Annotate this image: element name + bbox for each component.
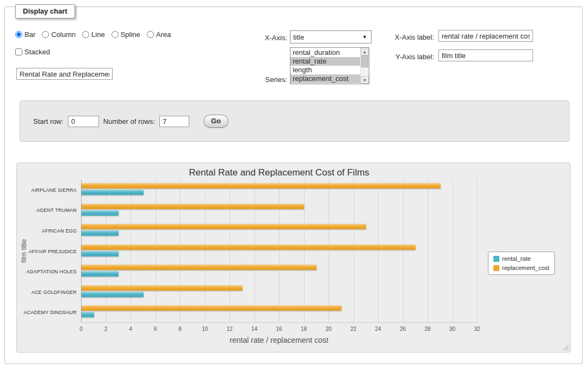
scroll-track[interactable]: [361, 55, 369, 76]
bar-rental_rate: [82, 271, 119, 277]
go-button[interactable]: Go: [203, 115, 228, 128]
x-tick-label: 20: [322, 326, 335, 332]
category-label: AFFAIR PREJUDICE: [17, 249, 77, 254]
page: Display chart BarColumnLineSplineArea St…: [0, 0, 588, 370]
legend-swatch: [493, 256, 499, 262]
num-rows-label: Number of rows:: [103, 117, 155, 126]
chart-title-input[interactable]: [16, 68, 113, 80]
chart-type-option-column[interactable]: Column: [42, 30, 76, 39]
x-tick-label: 22: [347, 326, 360, 332]
x-axis-selected-value: title: [293, 33, 304, 41]
x-tick-label: 16: [273, 326, 286, 332]
series-scrollbar[interactable]: ▲ ▼: [360, 48, 369, 84]
chart-type-option-line[interactable]: Line: [82, 30, 105, 39]
scroll-up-icon[interactable]: ▲: [361, 48, 369, 55]
gridline: [477, 180, 478, 322]
gridline: [428, 180, 428, 322]
gridline: [329, 180, 329, 322]
chart-type-option-spline[interactable]: Spline: [112, 30, 140, 39]
chart-type-option-label: Spline: [121, 30, 140, 39]
bar-rental_rate: [82, 312, 94, 317]
legend-label: rental_rate: [502, 255, 531, 262]
category-label: AGENT TRUMAN: [17, 208, 77, 213]
resize-handle[interactable]: [562, 344, 568, 350]
bar-replacement_cost: [82, 204, 304, 209]
series-listbox[interactable]: rental_durationrental_ratelengthreplacem…: [290, 47, 369, 84]
gridline: [403, 180, 404, 322]
series-option-replacement_cost[interactable]: replacement_cost: [290, 74, 360, 83]
stacked-option[interactable]: Stacked: [15, 48, 50, 56]
x-axis-select[interactable]: title ▼: [290, 30, 372, 43]
chart-type-option-area[interactable]: Area: [147, 30, 171, 39]
num-rows-input[interactable]: [159, 116, 189, 127]
stacked-checkbox[interactable]: [15, 48, 22, 55]
gridline: [354, 180, 354, 322]
bar-rental_rate: [82, 251, 119, 256]
gridline: [180, 180, 181, 322]
scroll-down-icon[interactable]: ▼: [361, 76, 369, 84]
gridline: [205, 180, 206, 322]
x-axis-label-input[interactable]: [438, 30, 533, 42]
bar-rental_rate: [82, 292, 144, 297]
chart-type-radio-line[interactable]: [82, 31, 89, 38]
x-tick-label: 26: [397, 326, 410, 332]
gridline: [156, 180, 156, 322]
x-axis-label-field-label: X-Axis label:: [381, 33, 434, 41]
x-tick-label: 6: [149, 326, 162, 332]
series-option-rental_rate[interactable]: rental_rate: [290, 57, 360, 66]
x-tick-label: 28: [421, 326, 434, 332]
bar-replacement_cost: [82, 305, 342, 311]
bar-rental_rate: [82, 190, 144, 195]
legend-item-rental_rate[interactable]: rental_rate: [493, 255, 549, 262]
gridline: [230, 180, 230, 322]
chart-type-radio-spline[interactable]: [112, 31, 119, 38]
chart-type-option-label: Column: [51, 30, 76, 39]
bar-rental_rate: [82, 210, 119, 216]
category-label: ACE GOLDFINGER: [17, 290, 77, 295]
gridline: [453, 180, 453, 322]
gridline: [255, 180, 255, 322]
x-tick-label: 10: [199, 326, 212, 332]
bar-replacement_cost: [82, 285, 243, 291]
x-tick-label: 18: [298, 326, 311, 332]
row-controls-panel: Start row: Number of rows: Go: [20, 101, 570, 142]
chart-type-option-bar[interactable]: Bar: [15, 30, 35, 39]
plot-area: [81, 180, 477, 323]
x-tick-label: 4: [124, 326, 137, 332]
scroll-thumb[interactable]: [361, 55, 368, 67]
x-axis-title: rental rate / replacement cost: [81, 336, 477, 344]
chart-type-option-label: Bar: [24, 30, 35, 39]
bar-replacement_cost: [82, 183, 441, 189]
panel-title: Display chart: [15, 4, 75, 18]
category-label: AIRPLANE SIERRA: [17, 187, 77, 193]
gridline: [304, 180, 305, 322]
series-option-length[interactable]: length: [290, 66, 360, 74]
chart-type-radio-bar[interactable]: [15, 31, 22, 38]
chart-type-radio-column[interactable]: [42, 31, 49, 38]
gridline: [378, 180, 379, 322]
bar-rental_rate: [82, 230, 119, 236]
category-label: ADAPTATION HOLES: [17, 269, 77, 274]
y-axis-label-input[interactable]: [438, 49, 533, 61]
x-tick-label: 12: [223, 326, 236, 332]
legend-item-replacement_cost[interactable]: replacement_cost: [493, 265, 549, 271]
start-row-label: Start row:: [33, 117, 64, 126]
chart-area: Rental Rate and Replacement Cost of Film…: [16, 162, 571, 353]
chart-type-option-label: Line: [91, 30, 105, 39]
chart-type-option-label: Area: [156, 30, 171, 39]
x-tick-label: 2: [100, 326, 113, 332]
x-tick-label: 32: [471, 326, 484, 332]
start-row-input[interactable]: [68, 116, 99, 127]
x-tick-label: 0: [75, 326, 88, 332]
gridline: [131, 180, 131, 322]
x-axis-field-label: X-Axis:: [234, 34, 287, 42]
x-tick-label: 24: [372, 326, 385, 332]
y-axis-label-field-label: Y-Axis label:: [381, 53, 434, 61]
series-option-rental_duration[interactable]: rental_duration: [290, 48, 360, 57]
x-tick-label: 8: [174, 326, 187, 332]
x-tick-label: 30: [446, 326, 459, 332]
chart-type-radio-area[interactable]: [147, 31, 154, 38]
series-options: rental_durationrental_ratelengthreplacem…: [290, 48, 360, 84]
bar-replacement_cost: [82, 224, 366, 229]
bar-replacement_cost: [82, 244, 416, 250]
